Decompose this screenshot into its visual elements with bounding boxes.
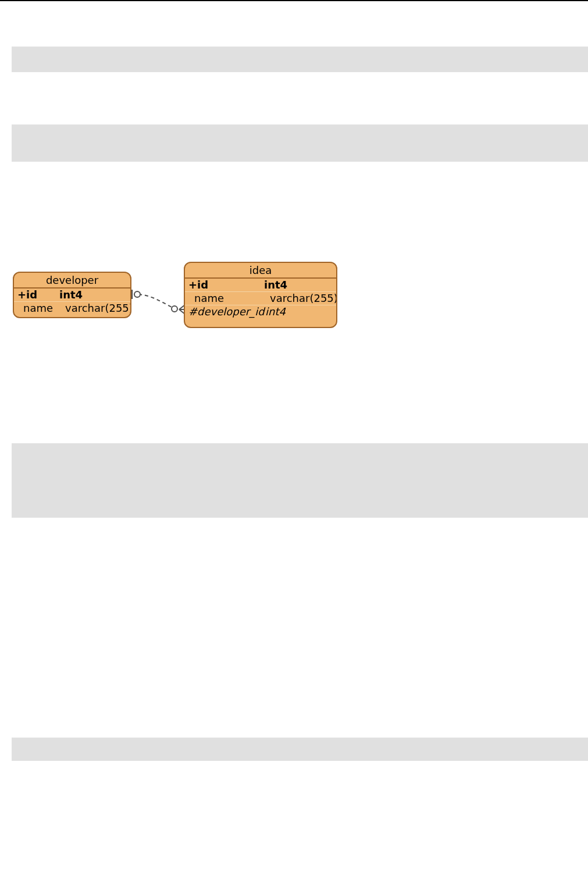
column-type: varchar(255) (270, 292, 337, 305)
relationship-connector (130, 261, 186, 319)
page-top-border (0, 0, 588, 1)
entity-developer-row-id: +id int4 (14, 289, 130, 301)
grey-band-4 (12, 738, 588, 761)
pk-marker: + (17, 289, 26, 301)
column-name: name (23, 302, 53, 314)
entity-idea-row-developer-id: #developer_id int4 (185, 305, 336, 318)
grey-band-3 (12, 443, 588, 518)
fk-marker: # (188, 305, 197, 318)
svg-point-2 (172, 306, 177, 312)
column-type: varchar(255) (65, 302, 131, 315)
pk-marker: + (188, 279, 197, 291)
column-type: int4 (59, 289, 127, 301)
entity-idea: idea +id int4 name varchar(255) #develop… (184, 262, 337, 328)
entity-developer-title: developer (14, 273, 130, 287)
column-name: id (26, 289, 37, 301)
grey-band-2 (12, 124, 588, 162)
column-name: name (194, 292, 224, 304)
grey-band-1 (12, 47, 588, 72)
entity-idea-title: idea (185, 263, 336, 277)
entity-developer-row-name: name varchar(255) (14, 302, 130, 315)
column-type: int4 (264, 279, 333, 291)
entity-developer: developer +id int4 name varchar(255) (13, 272, 131, 318)
entity-idea-row-name: name varchar(255) (185, 292, 336, 305)
column-name: id (197, 279, 208, 291)
entity-idea-row-id: +id int4 (185, 279, 336, 291)
page: developer +id int4 name varchar(255) ide… (0, 0, 588, 883)
column-type: int4 (265, 305, 333, 318)
column-name: developer_id (197, 305, 265, 318)
svg-point-1 (134, 291, 140, 297)
